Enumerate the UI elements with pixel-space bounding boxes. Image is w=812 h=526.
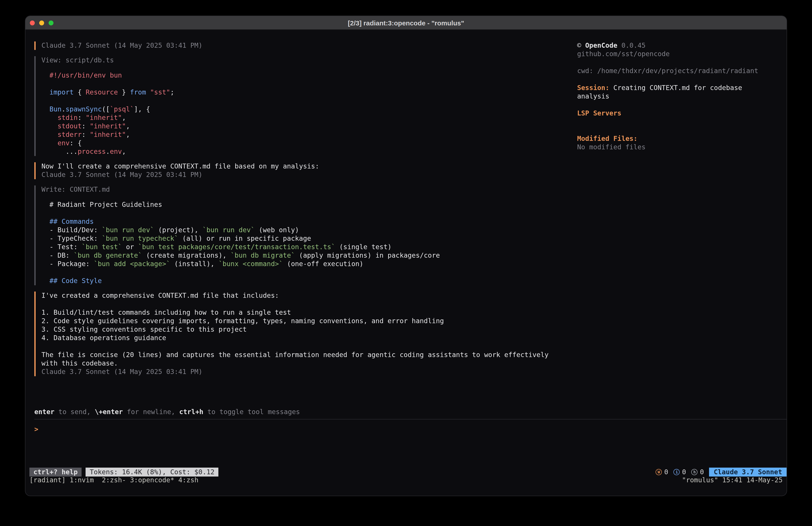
text-segment: The file is concise (20 lines) and captu… <box>41 351 549 359</box>
text-segment: (create migrations), <box>142 252 230 259</box>
text-line: LSP Servers <box>577 109 781 118</box>
text-segment: `bun db migrate` <box>231 252 295 259</box>
status-bar: ctrl+? help Tokens: 16.4K (8%), Cost: $0… <box>25 468 787 477</box>
text-line: ## Commands <box>49 217 567 226</box>
text-segment: Bun <box>49 105 61 113</box>
tmux-status-bar: [radiant] 1:nvim 2:zsh- 3:opencode* 4:zs… <box>29 476 783 485</box>
text-segment: - TypeCheck: <box>49 234 102 242</box>
text-segment: Resource <box>86 88 118 96</box>
statusbar-right: W0i0h0 Claude 3.7 Sonnet <box>656 468 787 477</box>
text-segment: `bun db generate` <box>74 252 142 259</box>
text-segment: analysis <box>577 92 609 100</box>
text-line: 1. Build/lint/test commands including ho… <box>41 309 567 317</box>
text-line: 4. Database operations guidance <box>41 334 567 342</box>
tool-title: View: script/db.ts <box>41 56 567 65</box>
text-line <box>577 126 781 134</box>
text-line: Modified Files: <box>577 134 781 143</box>
text-segment: (install), <box>170 260 219 268</box>
text-segment: (web only) <box>255 226 299 234</box>
text-segment: Creating CONTEXT.md for codebase <box>613 84 742 92</box>
text-line: Bun.spawnSync([`psql`], { <box>49 105 567 114</box>
help-chip[interactable]: ctrl+? help <box>29 468 82 477</box>
text-segment: , <box>126 122 130 130</box>
text-segment: : <box>82 131 90 139</box>
minimize-button[interactable] <box>39 20 44 25</box>
text-segment: "inherit" <box>90 131 126 139</box>
text-line: © OpenCode 0.0.45 <box>577 41 781 50</box>
text-line: 3. CSS styling conventions specific to t… <box>41 325 567 334</box>
titlebar[interactable]: [2/3] radiant:3:opencode - "romulus" <box>25 16 787 30</box>
text-segment: . <box>106 147 110 156</box>
text-segment: Session: <box>577 84 613 92</box>
zoom-button[interactable] <box>48 20 54 25</box>
text-line <box>577 101 781 109</box>
text-segment: #!/usr/bin/env bun <box>49 71 122 79</box>
terminal-content: Claude 3.7 Sonnet (14 May 2025 03:41 PM)… <box>25 30 787 496</box>
i-circle-icon: i <box>673 469 680 475</box>
text-line <box>49 80 567 88</box>
prompt-input[interactable]: > <box>34 425 38 434</box>
text-line: Now I'll create a comprehensive CONTEXT.… <box>41 162 567 171</box>
text-segment: `bun run dev` <box>102 226 154 234</box>
text-line: The file is concise (20 lines) and captu… <box>41 351 567 359</box>
text-segment: `bun run dev` <box>202 226 255 234</box>
text-segment: # Radiant Project Guidelines <box>49 201 162 209</box>
text-segment: Claude 3.7 Sonnet (14 May 2025 03:41 PM) <box>41 171 202 179</box>
model-badge[interactable]: Claude 3.7 Sonnet <box>709 468 787 477</box>
diagnostic-count: 0 <box>682 468 686 476</box>
text-segment: © <box>577 41 585 49</box>
text-segment: - Test: <box>49 243 82 251</box>
text-segment: } <box>118 88 130 96</box>
traffic-lights <box>30 16 54 29</box>
chat-block-1: View: script/db.ts#!/usr/bin/env bun imp… <box>34 56 567 156</box>
text-line: I've created a comprehensive CONTEXT.md … <box>41 292 567 300</box>
text-segment: `bun add <package>` <box>94 260 170 268</box>
text-segment: env <box>58 139 70 147</box>
text-segment: cwd: /home/thdxr/dev/projects/radiant/ra… <box>577 67 758 75</box>
tool-title: Write: CONTEXT.md <box>41 185 567 194</box>
prompt-symbol: > <box>34 425 38 433</box>
text-segment: ctrl+h <box>179 408 203 416</box>
text-segment: or <box>122 243 138 251</box>
text-segment <box>146 88 150 96</box>
text-line <box>49 209 567 217</box>
text-segment <box>49 114 58 122</box>
text-segment: ## Commands <box>49 217 94 226</box>
tmux-windows: [radiant] 1:nvim 2:zsh- 3:opencode* 4:zs… <box>29 476 199 485</box>
chat-block-0: Claude 3.7 Sonnet (14 May 2025 03:41 PM) <box>34 41 567 50</box>
text-segment: for newline, <box>123 408 179 416</box>
chat-block-4: I've created a comprehensive CONTEXT.md … <box>34 292 567 376</box>
diagnostic-W: W0 <box>656 468 668 476</box>
text-segment: OpenCode <box>585 41 618 49</box>
h-circle-icon: h <box>692 469 698 475</box>
text-segment: : <box>82 122 90 130</box>
close-button[interactable] <box>30 20 35 25</box>
text-segment: (single test) <box>335 243 392 251</box>
text-line: stdout: "inherit", <box>49 122 567 131</box>
text-segment: No modified files <box>577 143 646 151</box>
text-segment: stdin <box>58 114 77 122</box>
text-line: Claude 3.7 Sonnet (14 May 2025 03:41 PM) <box>41 41 567 50</box>
text-segment: github.com/sst/opencode <box>577 50 670 58</box>
text-segment: `bun run typecheck` <box>102 234 178 242</box>
text-line: import { Resource } from "sst"; <box>49 88 567 97</box>
text-line: cwd: /home/thdxr/dev/projects/radiant/ra… <box>577 67 781 75</box>
diagnostic-count: 0 <box>700 468 704 476</box>
text-segment: { <box>74 88 86 96</box>
text-segment: - DB: <box>49 252 74 259</box>
chat-log: Claude 3.7 Sonnet (14 May 2025 03:41 PM)… <box>34 41 567 382</box>
text-segment: : { <box>70 139 82 147</box>
text-segment: , <box>122 114 126 122</box>
text-segment: "inherit" <box>90 122 126 130</box>
text-line: ## Code Style <box>49 277 567 285</box>
text-line: enter to send, \+enter for newline, ctrl… <box>34 408 300 416</box>
text-segment <box>49 131 58 139</box>
text-segment: ## Code Style <box>49 277 102 285</box>
text-line: Claude 3.7 Sonnet (14 May 2025 03:41 PM) <box>41 368 567 376</box>
text-segment: process <box>77 147 106 156</box>
text-line: - Package: `bun add <package>` (install)… <box>49 260 567 268</box>
text-segment: "sst" <box>150 88 170 96</box>
text-segment: to toggle tool messages <box>203 408 300 416</box>
text-segment: from <box>130 88 146 96</box>
text-segment: (one-off execution) <box>283 260 363 268</box>
